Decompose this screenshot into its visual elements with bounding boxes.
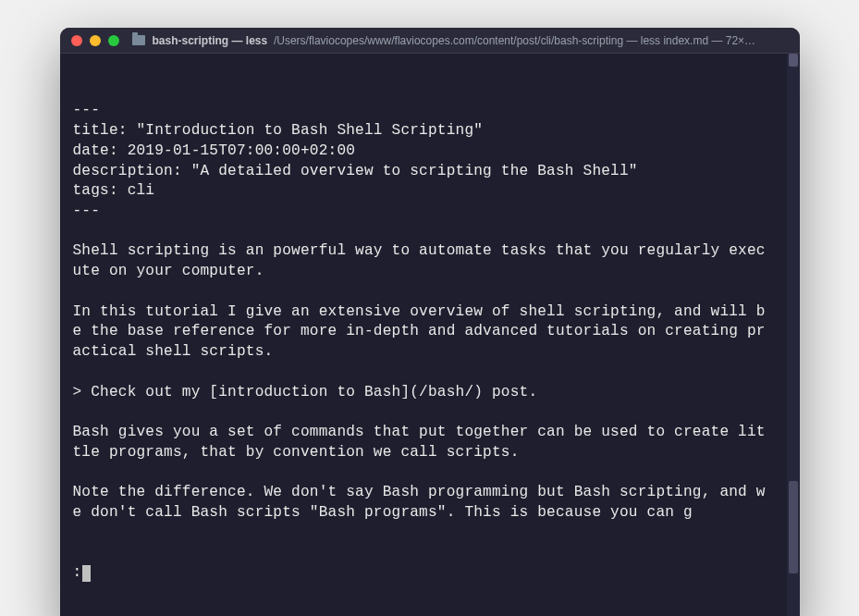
close-button[interactable] xyxy=(71,35,82,46)
terminal-content[interactable]: --- title: "Introduction to Bash Shell S… xyxy=(60,54,787,616)
scrollbar-thumb-top[interactable] xyxy=(789,54,798,67)
maximize-button[interactable] xyxy=(108,35,119,46)
file-content: --- title: "Introduction to Bash Shell S… xyxy=(73,101,774,523)
window-titlebar[interactable]: bash-scripting — less /Users/flaviocopes… xyxy=(60,28,800,54)
window-controls xyxy=(71,35,119,46)
terminal-body: --- title: "Introduction to Bash Shell S… xyxy=(60,54,800,616)
terminal-window: bash-scripting — less /Users/flaviocopes… xyxy=(60,28,800,616)
scrollbar[interactable] xyxy=(787,54,800,616)
folder-icon xyxy=(132,35,145,45)
scrollbar-thumb[interactable] xyxy=(789,481,798,573)
window-title: bash-scripting — less /Users/flaviocopes… xyxy=(153,34,789,47)
less-prompt[interactable]: : xyxy=(73,563,774,584)
minimize-button[interactable] xyxy=(90,35,101,46)
cursor-icon xyxy=(82,565,91,582)
